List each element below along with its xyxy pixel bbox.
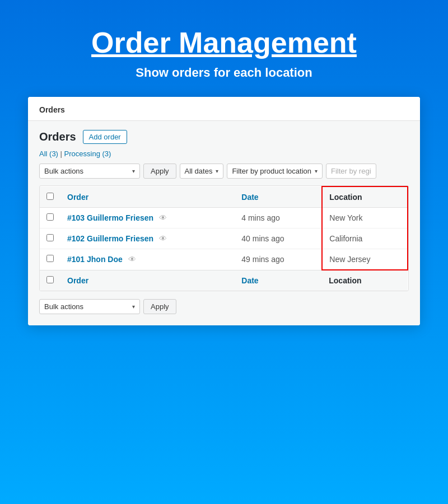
footer-date-sort-link[interactable]: Date xyxy=(241,276,258,285)
hero-section: Order Management Show orders for each lo… xyxy=(80,0,368,97)
date-cell-2: 40 mins ago xyxy=(235,228,322,249)
filter-location-chevron-icon: ▾ xyxy=(315,168,318,174)
table-header-row: Order Date Location xyxy=(40,186,408,208)
header-checkbox-col xyxy=(40,186,60,208)
header-location-col: Location xyxy=(322,186,408,208)
panel-title-bar: Orders xyxy=(28,97,420,121)
apply-button-bottom[interactable]: Apply xyxy=(143,299,176,314)
date-sort-link[interactable]: Date xyxy=(241,193,258,202)
orders-table-wrap: Order Date Location #103 Guillermo Fries… xyxy=(39,185,409,291)
orders-header: Orders Add order xyxy=(39,130,409,144)
footer-location-col: Location xyxy=(322,270,408,291)
bulk-actions-select[interactable]: Bulk actions ▾ xyxy=(39,164,140,179)
order-link-3[interactable]: #101 Jhon Doe xyxy=(67,255,123,264)
panel-title: Orders xyxy=(39,105,65,114)
select-all-checkbox[interactable] xyxy=(46,193,54,200)
footer-select-all-checkbox[interactable] xyxy=(46,276,54,283)
date-cell-1: 4 mins ago xyxy=(235,208,322,228)
footer-order-col: Order xyxy=(60,270,235,291)
filter-location-label: Filter by product location xyxy=(232,167,311,175)
order-link-2[interactable]: #102 Guillermo Friesen xyxy=(67,234,153,243)
all-dates-select[interactable]: All dates ▾ xyxy=(180,164,224,179)
eye-icon-2: 👁 xyxy=(159,234,167,243)
bulk-actions-label: Bulk actions xyxy=(44,167,83,175)
filter-all-link[interactable]: All (3) xyxy=(39,150,58,158)
hero-title: Order Management xyxy=(91,27,357,59)
date-cell-3: 49 mins ago xyxy=(235,249,322,270)
row-checkbox-1[interactable] xyxy=(46,213,54,221)
bottom-bulk-actions-label: Bulk actions xyxy=(44,302,83,311)
panel-body: Orders Add order All (3) | Processing (3… xyxy=(28,121,420,325)
header-date-col: Date xyxy=(235,186,322,208)
filter-location-select[interactable]: Filter by product location ▾ xyxy=(227,164,323,179)
all-dates-label: All dates xyxy=(185,167,213,175)
bottom-bulk-actions-select[interactable]: Bulk actions ▾ xyxy=(39,299,140,314)
row-checkbox-3[interactable] xyxy=(46,255,54,262)
table-row: #103 Guillermo Friesen👁4 mins agoNew Yor… xyxy=(40,208,408,228)
filter-processing-link[interactable]: Processing (3) xyxy=(64,150,111,158)
hero-subtitle: Show orders for each location xyxy=(91,66,357,80)
orders-table: Order Date Location #103 Guillermo Fries… xyxy=(40,186,408,291)
location-col-label: Location xyxy=(329,193,362,202)
eye-icon-1: 👁 xyxy=(159,213,167,222)
order-link-1[interactable]: #103 Guillermo Friesen xyxy=(67,213,153,222)
all-dates-chevron-icon: ▾ xyxy=(216,168,218,174)
footer-location-col-label: Location xyxy=(329,276,361,285)
top-toolbar: Bulk actions ▾ Apply All dates ▾ Filter … xyxy=(39,164,409,179)
table-footer-row: Order Date Location xyxy=(40,270,408,291)
bottom-bulk-actions-chevron-icon: ▾ xyxy=(132,304,135,310)
footer-order-sort-link[interactable]: Order xyxy=(67,276,88,285)
eye-icon-3: 👁 xyxy=(128,255,136,264)
order-sort-link[interactable]: Order xyxy=(67,193,88,202)
footer-checkbox-col xyxy=(40,270,60,291)
filter-region-input[interactable]: Filter by regi xyxy=(326,164,376,179)
row-checkbox-2[interactable] xyxy=(46,234,54,241)
table-row: #101 Jhon Doe👁49 mins agoNew Jersey xyxy=(40,249,408,270)
bottom-toolbar: Bulk actions ▾ Apply xyxy=(39,299,409,314)
apply-button-top[interactable]: Apply xyxy=(143,164,176,179)
bulk-actions-chevron-icon: ▾ xyxy=(132,168,135,174)
add-order-button[interactable]: Add order xyxy=(83,130,127,144)
location-cell-3: New Jersey xyxy=(322,249,408,270)
footer-date-col: Date xyxy=(235,270,322,291)
filter-separator: | xyxy=(60,150,64,158)
header-order-col: Order xyxy=(60,186,235,208)
filter-region-placeholder: Filter by regi xyxy=(331,167,371,175)
orders-panel: Orders Orders Add order All (3) | Proces… xyxy=(28,97,420,325)
orders-heading: Orders xyxy=(39,130,76,143)
table-row: #102 Guillermo Friesen👁40 mins agoCalifo… xyxy=(40,228,408,249)
filter-tabs: All (3) | Processing (3) xyxy=(39,150,409,158)
location-cell-2: California xyxy=(322,228,408,249)
location-cell-1: New York xyxy=(322,208,408,228)
